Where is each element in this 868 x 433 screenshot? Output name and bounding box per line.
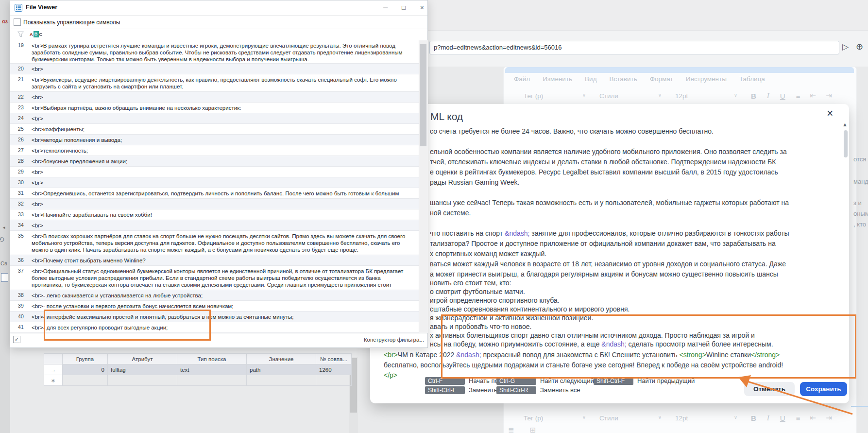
code-line[interactable]: ельной особенностью компании является на… — [430, 148, 840, 156]
table-row[interactable]: ∗ — [44, 375, 352, 386]
save-button[interactable]: Сохранить — [800, 382, 847, 396]
code-line[interactable]: авать и пробовать что-то новое. — [430, 323, 840, 331]
grid-row[interactable]: 34<br> — [10, 220, 419, 231]
grid-row[interactable]: 27<br>технологичность; — [10, 145, 419, 156]
url-input[interactable]: p?mod=editnews&action=editnews&id=56016 — [429, 41, 839, 54]
grid-row[interactable]: 19<br>В рамках турнира встретятся лучшие… — [10, 40, 419, 64]
add-tab-icon[interactable]: ⊕ — [856, 41, 863, 52]
show-control-chars-checkbox[interactable] — [14, 18, 21, 26]
italic-button[interactable]: I — [767, 414, 769, 422]
menu-item-инструменты[interactable]: Инструменты — [686, 75, 727, 83]
code-line[interactable]: а может принести выигрыш, а благодаря ре… — [430, 270, 840, 278]
grid-row[interactable]: 25<br>коэффициенты; — [10, 124, 419, 135]
column-header[interactable]: Тип поиска — [177, 354, 247, 364]
menu-item-файл[interactable]: Файл — [514, 75, 530, 83]
grid-row[interactable]: 26<br>методы пополнения и вывода; — [10, 135, 419, 145]
code-line[interactable]: е оценки в рейтингах букмекеров. Ресурс … — [430, 168, 840, 176]
code-line[interactable]: шансы уже сейчас! Теперь такая возможнос… — [430, 199, 840, 207]
code-line[interactable]: сштабные соревнования континентального и… — [430, 305, 840, 313]
collapse-arrow-icon[interactable]: ◄ — [2, 225, 6, 230]
underline-button[interactable]: U — [780, 414, 785, 422]
tag-dropdown[interactable]: Тег (p)∨ — [524, 415, 586, 422]
table-cell[interactable] — [177, 375, 247, 386]
grid-row[interactable]: 36<br>Почему стоит выбрать именно Winlin… — [10, 255, 419, 266]
grid-row[interactable]: 41<br>- для всех регулярно проводит выго… — [10, 322, 419, 333]
code-line[interactable]: я жизнерадостной и активной жизненной по… — [430, 314, 840, 322]
grid-row[interactable]: 33<br>Начинайте зарабатывать на своём хо… — [10, 209, 419, 220]
close-icon[interactable]: × — [827, 107, 833, 120]
grid-row[interactable]: 28<br>бонусные предложения и акции; — [10, 156, 419, 167]
align-icon-1[interactable]: ⇤ — [810, 414, 816, 422]
align-icon-0[interactable]: ≡ — [796, 92, 800, 100]
code-line[interactable]: о смотрит футбольные матчи. — [430, 288, 840, 296]
code-line[interactable]: х спортивных команд может каждый. — [430, 250, 840, 258]
code-line[interactable]: тчей, отслеживать ключевые индексы и дел… — [430, 158, 840, 166]
font-size-dropdown[interactable]: 12pt∨ — [675, 92, 737, 100]
grid-row[interactable]: 40<br>- интерфейс максимально простой и … — [10, 312, 419, 322]
grid-row[interactable]: 22<br> — [10, 92, 419, 103]
menu-item-таблица[interactable]: Таблица — [739, 75, 765, 83]
code-line[interactable]: х активных болельщиков спорт давно стал … — [430, 331, 840, 340]
grid-row[interactable]: 30<br> — [10, 177, 419, 188]
column-header[interactable]: № совпа... — [316, 354, 352, 364]
menu-item-формат[interactable]: Формат — [650, 75, 673, 83]
code-line[interactable]: игрой определенного спортивного клуба. — [430, 296, 840, 305]
code-line[interactable]: ной системе. — [430, 209, 840, 217]
cancel-button[interactable]: Отменить — [744, 382, 795, 396]
code-line[interactable]: со счета требуется не более 24 часов. Ва… — [430, 127, 840, 136]
grid-row[interactable]: 38<br>- легко скачивается и устанавливае… — [10, 290, 419, 301]
scroll-up-icon[interactable]: ▲ — [842, 121, 848, 127]
column-header[interactable]: Группа — [63, 354, 108, 364]
code-line[interactable]: ваться может каждый человек в возрасте о… — [430, 260, 840, 268]
filter-builder-link[interactable]: Конструктор фильтра... — [364, 337, 424, 343]
grid-row[interactable]: 29<br> — [10, 167, 419, 177]
italic-button[interactable]: I — [767, 92, 769, 100]
title-bar[interactable]: File Viewer ─ □ × — [10, 0, 427, 16]
tag-dropdown[interactable]: Тег (p)∨ — [524, 92, 586, 100]
styles-dropdown[interactable]: Стили∨ — [599, 92, 662, 100]
grid-row[interactable]: 20<br> — [10, 64, 419, 74]
grid-row[interactable]: 37<br>Официальный статус одноименной бук… — [10, 266, 419, 290]
code-line[interactable]: тализатора? Простое и доступное приложен… — [430, 240, 840, 248]
code-line[interactable]: нсы на победу, можно приумножить состоян… — [430, 340, 840, 348]
table-cell[interactable] — [108, 375, 177, 386]
code-line[interactable]: новить его стоит тем, кто: — [430, 279, 840, 287]
table-cell[interactable]: 1260 — [316, 364, 352, 375]
underline-button[interactable]: U — [780, 92, 785, 100]
align-icon-2[interactable]: ⇥ — [826, 414, 832, 422]
document-icon[interactable] — [1, 273, 8, 282]
align-icon-2[interactable]: ⇥ — [826, 91, 832, 100]
abc-column-icon[interactable]: АВС — [30, 31, 42, 37]
menu-item-вставить[interactable]: Вставить — [610, 75, 637, 83]
grid-row[interactable]: 23<br>Выбирая партнёра, важно обращать в… — [10, 103, 419, 113]
footer-checkbox[interactable]: ✓ — [13, 336, 20, 343]
table-cell[interactable] — [247, 375, 316, 386]
code-line[interactable]: бесплатно, воспользуйтесь щедрыми подарк… — [384, 361, 840, 369]
go-icon[interactable]: ▷ — [842, 42, 849, 52]
font-size-dropdown[interactable]: 12pt∨ — [675, 415, 737, 422]
table-cell[interactable] — [63, 375, 108, 386]
column-header[interactable] — [44, 354, 63, 364]
gear-icon[interactable]: ⟲ — [0, 235, 4, 244]
grid-row[interactable]: 31<br>Определившись, останется зарегистр… — [10, 188, 419, 199]
menu-item-вид[interactable]: Вид — [585, 75, 596, 83]
table-cell[interactable]: fulltag — [108, 364, 177, 375]
table-cell[interactable]: path — [247, 364, 316, 375]
dialog-scrollbar-thumb[interactable] — [844, 130, 848, 157]
grid-row[interactable]: 35<br>В поисках хороших партнёров для ст… — [10, 231, 419, 255]
code-line[interactable]: 64<br>ЧМ в Катаре 2022 &ndash; прекрасны… — [384, 351, 840, 359]
column-header[interactable]: Значение — [247, 354, 316, 364]
minimize-icon[interactable]: ─ — [383, 4, 388, 11]
bold-button[interactable]: B — [751, 92, 756, 100]
close-icon[interactable]: × — [420, 4, 424, 11]
styles-dropdown[interactable]: Стили∨ — [599, 415, 662, 422]
code-line[interactable]: рады Russian Gaming Week. — [430, 178, 840, 187]
line-grid[interactable]: 19<br>В рамках турнира встретятся лучшие… — [10, 40, 419, 333]
table-cell[interactable] — [316, 375, 352, 386]
grid-row[interactable]: 24<br> — [10, 113, 419, 124]
table-row[interactable]: →0fulltagtextpath1260 — [44, 364, 352, 375]
menu-item-изменить[interactable]: Изменить — [543, 75, 572, 83]
grid-row[interactable]: 32<br> — [10, 199, 419, 209]
align-icon-0[interactable]: ≡ — [796, 414, 800, 422]
maximize-icon[interactable]: □ — [402, 4, 406, 11]
